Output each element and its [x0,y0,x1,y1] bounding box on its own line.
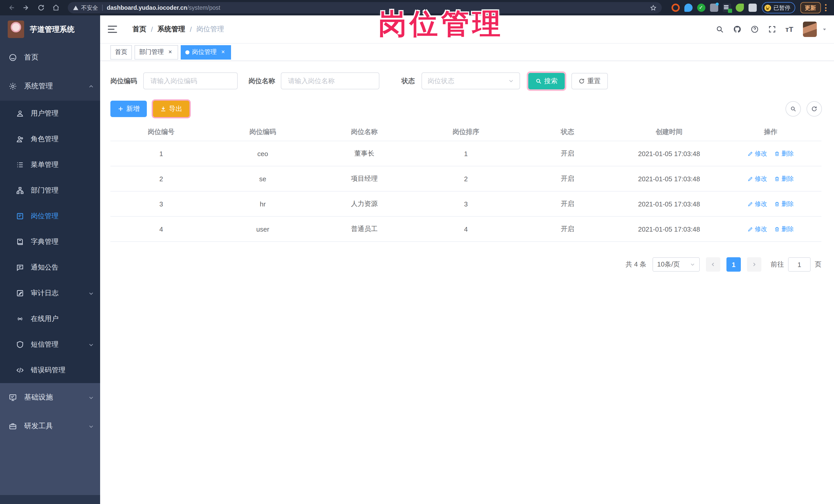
emoji-face-icon [764,4,771,11]
sidebar-item-online-users[interactable]: 在线用户 [0,306,100,332]
edit-link[interactable]: 修改 [747,149,767,158]
post-code-input[interactable] [149,76,232,85]
table-row[interactable]: 4 user 普通员工 4 开启 2021-01-05 17:03:48 修改 … [110,217,821,242]
delete-link[interactable]: 删除 [774,199,794,208]
table-row[interactable]: 2 se 项目经理 2 开启 2021-01-05 17:03:48 修改 删除 [110,167,821,192]
github-icon[interactable] [732,24,742,35]
extension-list-icon[interactable] [723,4,731,12]
sidebar: 芋道管理系统 首页 系统管理 用户管理 角色管理 菜单管理 [0,16,100,504]
sidebar-item-sms[interactable]: 短信管理 [0,332,100,357]
close-icon[interactable]: × [220,49,226,56]
avatar[interactable] [803,22,816,37]
post-code-label: 岗位编码 [110,76,137,86]
font-size-icon[interactable]: тT [784,24,794,35]
extension-orange-icon[interactable] [671,4,679,12]
bookmark-star-icon[interactable] [650,4,656,11]
prev-page-button[interactable] [706,257,720,272]
tags-view-bar: 首页 部门管理 × 岗位管理 × [100,44,834,61]
next-page-button[interactable] [747,257,761,272]
tab-home[interactable]: 首页 [110,45,132,59]
browser-forward-icon[interactable] [22,4,30,12]
delete-link[interactable]: 删除 [774,174,794,183]
cell-post-name: 普通员工 [313,224,415,234]
gear-icon [8,82,17,91]
column-header: 岗位排序 [415,127,517,137]
table-settings [780,101,822,116]
edit-link[interactable]: 修改 [747,174,767,183]
page-size-select[interactable]: 10条/页 [653,257,700,272]
tab-label: 岗位管理 [192,48,217,57]
cell-create-time: 2021-01-05 17:03:48 [618,225,720,233]
goto-page-input[interactable] [788,257,811,272]
cell-post-name: 董事长 [313,149,415,158]
edit-link[interactable]: 修改 [747,199,767,208]
sidebar-item-label: 基础设施 [24,393,88,402]
security-label: 不安全 [81,4,98,12]
fullscreen-icon[interactable] [767,24,777,35]
post-name-input[interactable] [287,76,373,85]
app-logo-row[interactable]: 芋道管理系统 [0,16,100,43]
speech-bubble-icon [16,263,24,272]
browser-menu-icon[interactable] [825,4,827,11]
export-button[interactable]: 导出 [153,101,190,117]
status-select[interactable]: 岗位状态 [421,72,520,89]
sidebar-item-home[interactable]: 首页 [0,43,100,72]
export-button-label: 导出 [169,104,182,113]
sidebar-item-users[interactable]: 用户管理 [0,101,100,126]
sidebar-item-roles[interactable]: 角色管理 [0,126,100,152]
breadcrumb-system[interactable]: 系统管理 [158,25,185,34]
cell-create-time: 2021-01-05 17:03:48 [618,175,720,182]
page-size-value: 10条/页 [657,260,680,269]
edit-link[interactable]: 修改 [747,225,767,234]
sidebar-item-dev-tools[interactable]: 研发工具 [0,412,100,441]
help-icon[interactable] [749,24,760,35]
extension-gray-icon[interactable] [710,4,718,12]
post-name-field [281,72,379,89]
extension-check-icon[interactable]: ✓ [697,4,705,12]
browser-refresh-icon[interactable] [37,4,45,12]
browser-update-button[interactable]: 更新 [800,2,821,13]
home-icon [8,53,17,62]
close-icon[interactable]: × [167,49,174,56]
infrastructure-icon [8,393,17,402]
caret-down-icon[interactable] [822,27,827,32]
reset-button[interactable]: 重置 [571,73,608,89]
sidebar-item-menus[interactable]: 菜单管理 [0,152,100,178]
sidebar-item-error-codes[interactable]: 错误码管理 [0,357,100,383]
breadcrumb-separator: / [151,25,153,33]
sidebar-item-audit-log[interactable]: 审计日志 [0,280,100,306]
extension-drop-icon[interactable] [684,4,692,12]
search-icon[interactable] [715,24,725,35]
extension-leaf-icon[interactable] [736,4,744,12]
sidebar-item-dictionary[interactable]: 字典管理 [0,229,100,255]
paused-extension-badge[interactable]: 已暂停 [762,2,795,13]
edit-link-label: 修改 [755,199,767,208]
tab-departments[interactable]: 部门管理 × [134,45,178,59]
add-button[interactable]: 新增 [110,101,147,117]
browser-back-icon[interactable] [7,4,15,12]
search-button[interactable]: 搜索 [528,73,565,89]
page-number-1[interactable]: 1 [726,257,741,272]
extensions-puzzle-icon[interactable] [748,4,756,12]
delete-link[interactable]: 删除 [774,149,794,158]
browser-home-icon[interactable] [52,4,60,12]
tab-posts[interactable]: 岗位管理 × [181,45,231,59]
sidebar-item-infrastructure[interactable]: 基础设施 [0,383,100,412]
sidebar-item-label: 用户管理 [31,109,94,118]
breadcrumb-home[interactable]: 首页 [132,25,146,34]
table-row[interactable]: 1 ceo 董事长 1 开启 2021-01-05 17:03:48 修改 删除 [110,141,821,167]
hamburger-icon[interactable] [108,26,117,33]
delete-link[interactable]: 删除 [774,225,794,234]
post-code-field [143,72,238,89]
address-bar[interactable]: 不安全 dashboard.yudao.iocoder.cn/system/po… [68,2,661,13]
sidebar-item-departments[interactable]: 部门管理 [0,178,100,203]
refresh-table-button[interactable] [806,101,822,116]
sidebar-item-posts[interactable]: 岗位管理 [0,203,100,229]
sidebar-item-notices[interactable]: 通知公告 [0,255,100,280]
extension-row: ✓ 已暂停 更新 [667,2,831,13]
sidebar-item-label: 角色管理 [31,134,94,144]
sidebar-item-system[interactable]: 系统管理 [0,72,100,101]
toggle-search-button[interactable] [785,101,800,116]
table-row[interactable]: 3 hr 人力资源 3 开启 2021-01-05 17:03:48 修改 删除 [110,192,821,217]
sidebar-item-label: 岗位管理 [31,212,94,221]
